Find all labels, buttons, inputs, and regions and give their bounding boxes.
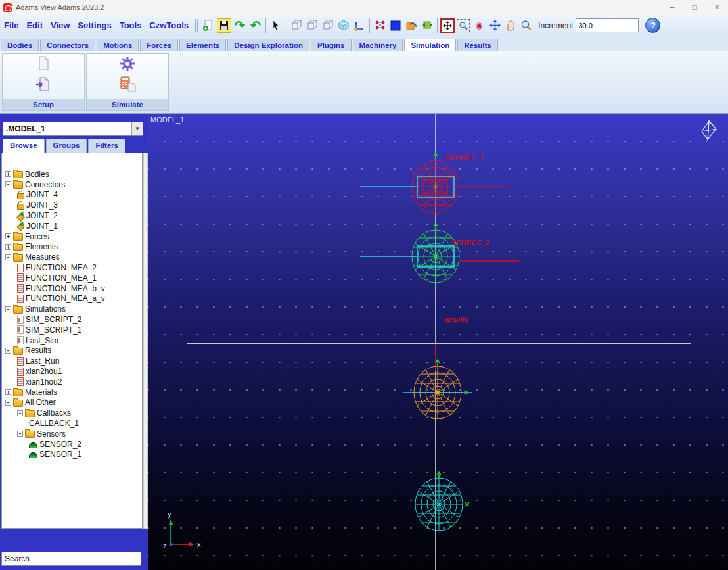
tree-item-forces[interactable]: +Forces [2,231,142,242]
select-cursor-icon[interactable] [269,18,283,33]
update-graphics-icon[interactable] [420,18,434,33]
zoom-box-icon[interactable] [456,18,470,33]
tree-item-measures[interactable]: -Measures [2,252,142,262]
tree-item-sensor-1[interactable]: SENSOR_1 [2,450,142,460]
menu-settings[interactable]: Settings [74,20,115,30]
part-sphere-4[interactable] [353,470,524,538]
tree-item-elements[interactable]: +Elements [2,242,142,252]
tree-item-xian1hou2[interactable]: xian1hou2 [2,377,142,387]
tree-item-sensors[interactable]: -Sensors [2,429,142,439]
expand-toggle[interactable]: + [5,171,11,177]
tab-browse[interactable]: Browse [3,139,45,153]
tab-machinery[interactable]: Machinery [353,39,403,51]
pan-view-icon[interactable] [503,18,518,33]
tree-item-connectors[interactable]: -Connectors [2,179,142,190]
force-sphere-1[interactable] [350,153,521,221]
restore-button[interactable]: □ [683,1,706,14]
menu-edit[interactable]: Edit [22,20,47,30]
model-selector[interactable]: .MODEL_1 ▼ [3,122,143,136]
tab-filters[interactable]: Filters [88,139,125,153]
tree-item-callback-1[interactable]: CALLBACK_1 [2,418,142,429]
tree-item-sensor-2[interactable]: SENSOR_2 [2,439,142,450]
tree-item-function-mea-2[interactable]: FUNCTION_MEA_2 [2,262,142,273]
tab-plugins[interactable]: Plugins [311,39,352,51]
expand-toggle[interactable]: - [5,254,11,260]
interactive-console-icon[interactable] [119,76,137,95]
new-database-icon[interactable] [201,18,216,33]
tree-item-function-mea-1[interactable]: FUNCTION_MEA_1 [2,273,142,283]
tree-item-joint2[interactable]: JOINT_2 [2,210,142,221]
increment-input[interactable] [576,18,639,32]
render-mode-icon[interactable] [404,18,419,33]
ribbon-group-label[interactable]: Setup [3,99,84,110]
tab-connectors[interactable]: Connectors [40,39,95,51]
tree-item-callbacks[interactable]: -Callbacks [2,408,142,418]
search-input[interactable] [1,552,141,566]
tree-item-joint1[interactable]: JOINT_1 [2,221,142,231]
fit-view-icon[interactable] [440,18,455,33]
menu-tools[interactable]: Tools [116,20,146,30]
expand-toggle[interactable]: + [5,233,11,239]
tree-item-joint3[interactable]: JOINT_3 [2,200,142,210]
tab-elements[interactable]: Elements [179,39,226,51]
tab-groups[interactable]: Groups [46,139,87,153]
tree-item-sim-script-2[interactable]: SIM_SCRIPT_2 [2,314,142,325]
save-database-icon[interactable] [217,18,231,33]
chevron-down-icon[interactable]: ▼ [131,122,143,135]
rotate-view-icon[interactable] [488,18,502,33]
menu-view[interactable]: View [47,20,74,30]
expand-toggle[interactable]: + [5,244,11,250]
undo-icon[interactable]: ↶ [248,18,263,33]
iso-view-cube-icon[interactable] [336,18,351,33]
tree-item-sim-script-1[interactable]: SIM_SCRIPT_1 [2,325,142,335]
render-solid-icon[interactable] [388,18,403,33]
expand-toggle[interactable]: - [5,306,11,312]
expand-toggle[interactable]: - [17,410,23,416]
tree-item-joint4[interactable]: JOINT_4 [2,190,142,201]
tab-results[interactable]: Results [457,39,498,51]
tree-item-last-sim[interactable]: Last_Sim [2,335,142,346]
tab-bodies[interactable]: Bodies [1,39,39,51]
tree-item-function-mea-b-v[interactable]: FUNCTION_MEA_b_v [2,283,142,294]
view-orientation-icon[interactable] [699,120,719,142]
import-script-icon[interactable] [35,76,52,96]
tab-motions[interactable]: Motions [97,39,139,51]
tree-item-xian2hou1[interactable]: xian2hou1 [2,366,142,377]
help-icon[interactable]: ? [645,18,660,33]
tree-item-results[interactable]: -Results [2,346,142,356]
tree-item-all-other[interactable]: -All Other [2,398,142,408]
graphics-viewport[interactable]: MODEL_1 [148,114,728,570]
simulation-gear-icon[interactable] [120,56,135,74]
zoom-view-icon[interactable] [519,18,534,33]
expand-toggle[interactable]: + [5,389,11,395]
redo-icon[interactable]: ↷ [233,18,247,33]
tree-item-last-run[interactable]: Last_Run [2,356,142,366]
top-view-cube-icon[interactable] [321,18,335,33]
menu-file[interactable]: File [0,20,22,30]
scenario-page-icon[interactable] [35,55,52,75]
ribbon-group-label[interactable]: Simulate [87,99,168,110]
folder-icon [13,181,23,189]
origin-axes-icon[interactable] [352,18,367,33]
tab-simulation[interactable]: Simulation [404,39,456,52]
center-view-icon[interactable]: ◉ [472,18,486,33]
front-view-cube-icon[interactable] [289,18,304,33]
tree-item-bodies[interactable]: +Bodies [2,169,142,179]
tree-scrollbar[interactable] [143,153,148,529]
expand-toggle[interactable]: - [17,431,23,437]
menu-czwtools[interactable]: CzwTools [145,20,193,30]
expand-toggle[interactable]: - [5,348,11,354]
tab-design-exploration[interactable]: Design Exploration [227,39,309,51]
force-sphere-2[interactable] [350,222,521,291]
tree-item-function-mea-a-v[interactable]: FUNCTION_MEA_a_v [2,294,142,304]
tree-item-simulations[interactable]: -Simulations [2,304,142,314]
tab-forces[interactable]: Forces [140,39,178,51]
minimize-button[interactable]: – [661,1,683,14]
expand-toggle[interactable]: - [5,400,11,406]
right-view-cube-icon[interactable] [305,18,319,33]
expand-toggle[interactable]: - [5,181,11,187]
linkage-pattern-icon[interactable] [373,18,387,33]
close-button[interactable]: × [706,1,728,14]
tree-item-materials[interactable]: +Materials [2,387,142,398]
part-sphere-3[interactable] [352,358,523,427]
